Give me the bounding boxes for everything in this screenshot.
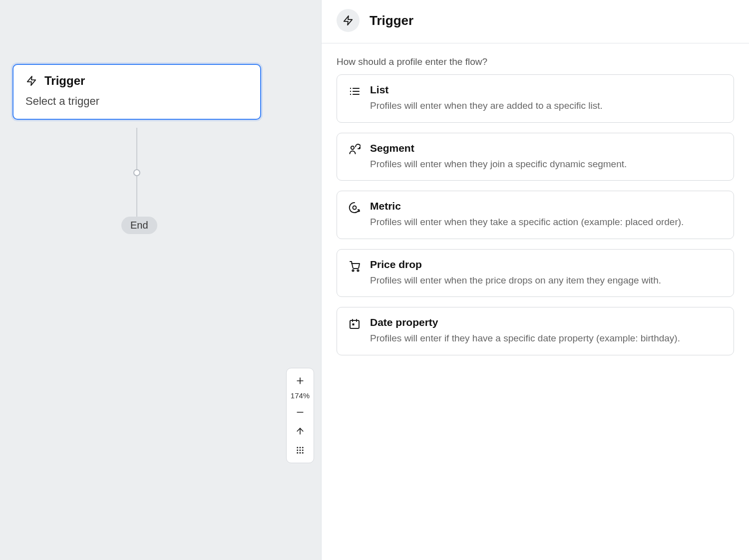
svg-rect-28 [353,323,355,325]
option-title: Metric [370,200,723,212]
option-desc: Profiles will enter if they have a speci… [370,331,723,346]
flow-canvas[interactable]: Trigger Select a trigger End 174% [0,0,321,560]
flow-add-node-handle[interactable] [133,169,140,176]
panel-header: Trigger [322,0,749,43]
svg-point-22 [353,206,357,210]
lightning-icon [337,9,360,32]
svg-point-11 [297,452,298,454]
calendar-icon [348,317,361,330]
trigger-node-title: Trigger [44,74,85,88]
svg-point-6 [300,447,301,448]
svg-point-24 [357,270,359,271]
lightning-icon [25,75,37,87]
option-desc: Profiles will enter when they take a spe… [370,215,723,230]
metric-icon [348,201,361,214]
zoom-percent: 174% [291,390,310,403]
flow-end-node: End [121,217,157,234]
svg-marker-0 [27,76,36,85]
zoom-controls: 174% [286,368,314,463]
option-title: Date property [370,316,723,328]
segment-icon [348,143,361,156]
svg-point-7 [302,447,304,448]
cart-icon [348,260,361,273]
option-title: Segment [370,142,723,154]
svg-point-9 [300,450,301,451]
zoom-in-button[interactable] [289,371,311,390]
svg-point-15 [350,88,351,89]
trigger-node-subtitle: Select a trigger [25,95,248,108]
option-desc: Profiles will enter when they are added … [370,99,723,113]
panel-question: How should a profile enter the flow? [337,56,734,67]
svg-point-17 [350,91,351,92]
trigger-option-date-property[interactable]: Date property Profiles will enter if the… [337,307,734,355]
zoom-out-button[interactable] [289,403,311,422]
svg-rect-25 [350,320,359,328]
svg-point-12 [300,452,301,454]
option-desc: Profiles will enter when the price drops… [370,274,723,288]
svg-point-23 [352,270,354,271]
svg-point-8 [297,450,298,451]
list-icon [348,85,361,98]
option-title: List [370,84,723,96]
svg-point-13 [302,452,304,454]
trigger-option-price-drop[interactable]: Price drop Profiles will enter when the … [337,249,734,297]
option-title: Price drop [370,259,723,271]
svg-point-10 [302,450,304,451]
panel-title: Trigger [370,13,413,28]
trigger-option-segment[interactable]: Segment Profiles will enter when they jo… [337,133,734,181]
svg-point-5 [297,447,298,448]
svg-point-19 [350,94,351,95]
trigger-option-list[interactable]: List Profiles will enter when they are a… [337,74,734,123]
svg-point-21 [351,146,354,149]
svg-marker-14 [344,16,353,25]
trigger-node[interactable]: Trigger Select a trigger [12,64,261,120]
flow-end-label: End [130,220,148,231]
trigger-config-panel: Trigger How should a profile enter the f… [321,0,749,560]
zoom-reset-button[interactable] [289,422,311,441]
option-desc: Profiles will enter when they join a spe… [370,157,723,172]
grid-view-button[interactable] [289,441,311,460]
trigger-option-metric[interactable]: Metric Profiles will enter when they tak… [337,191,734,239]
